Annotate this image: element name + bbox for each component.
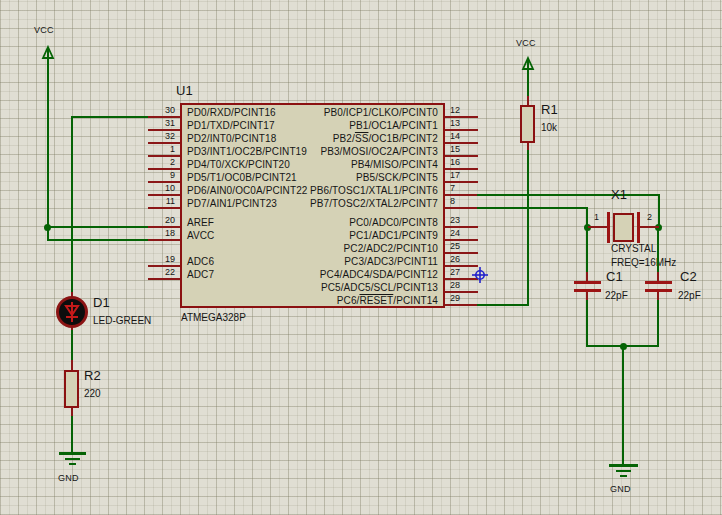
chip-pin-11-stub[interactable] [148, 207, 180, 209]
chip-pin-22-stub[interactable] [148, 278, 180, 280]
x1-plate-left[interactable] [607, 212, 610, 243]
chip-pin-11-number: 11 [144, 197, 175, 207]
r2-value[interactable]: 220 [84, 388, 101, 399]
c2-ref[interactable]: C2 [680, 270, 697, 284]
vcc-left-power-icon[interactable] [40, 45, 56, 63]
led-symbol[interactable] [56, 296, 88, 328]
chip-pin-7-label: PB6/TOSC1/XTAL1/PCINT6 [200, 185, 438, 196]
wire-led-r2[interactable] [71, 330, 73, 362]
x1-stub-right[interactable] [638, 226, 659, 228]
chip-pin-26-number: 26 [450, 255, 481, 265]
c1-plate-top[interactable] [574, 281, 601, 284]
chip-pin-25-number: 25 [450, 242, 481, 252]
led-ref[interactable]: D1 [93, 296, 110, 310]
wire-vcc-left-drop[interactable] [47, 62, 49, 241]
chip-pin-10-stub[interactable] [148, 194, 180, 196]
wire-pd0-led-vertical[interactable] [71, 116, 73, 298]
chip-pin-26-label: PC3/ADC3/PCINT11 [200, 256, 438, 267]
wire-gnd-right-drop[interactable] [622, 346, 624, 465]
x1-pin1-number: 1 [594, 213, 599, 223]
chip-pin-1-stub[interactable] [148, 155, 180, 157]
r2-stub-top[interactable] [71, 360, 73, 370]
chip-pin-14-label: PB2/SS/OC1B/PCINT2 [200, 133, 438, 144]
chip-pin-1-number: 1 [144, 145, 175, 155]
chip-pin-15-number: 15 [450, 145, 481, 155]
vcc-right-power-icon[interactable] [520, 56, 536, 74]
gnd-right-label: GND [610, 485, 631, 495]
chip-part-label[interactable]: ATMEGA328P [181, 312, 246, 323]
wire-vcc-aref[interactable] [47, 226, 150, 228]
chip-pin-22-number: 22 [144, 268, 175, 278]
chip-pin-8-label: PB7/TOSC2/XTAL2/PCINT7 [200, 198, 438, 209]
chip-pin-23-number: 23 [450, 216, 481, 226]
chip-pin-9-number: 9 [144, 171, 175, 181]
chip-pin-29-label: PC6/RESET/PCINT14 [200, 295, 438, 306]
chip-pin-7-number: 7 [450, 184, 481, 194]
c2-plate-top[interactable] [645, 281, 672, 284]
chip-pin-29-stub[interactable] [445, 304, 478, 306]
chip-pin-27-label: PC4/ADC4/SDA/PCINT12 [200, 269, 438, 280]
chip-pin-13-label: PB1/OC1A/PCINT1 [200, 120, 438, 131]
chip-pin-25-label: PC2/ADC2/PCINT10 [200, 243, 438, 254]
resistor-r1-body[interactable] [520, 105, 535, 143]
chip-pin-24-label: PC1/ADC1/PCINT9 [200, 230, 438, 241]
x1-ref[interactable]: X1 [611, 188, 627, 202]
wire-c2-bottom[interactable] [657, 300, 659, 347]
wire-c1-top[interactable] [586, 228, 588, 274]
led-diode-icon [62, 302, 82, 322]
wire-c1-bottom[interactable] [586, 300, 588, 347]
chip-pin-31-stub[interactable] [148, 129, 180, 131]
junction-vcc-aref [44, 224, 51, 231]
wire-xtal2-horizontal[interactable] [477, 207, 588, 209]
wire-r1-reset-vertical[interactable] [527, 150, 529, 306]
r1-stub-top[interactable] [527, 96, 529, 105]
x1-stub-left[interactable] [588, 226, 609, 228]
wire-vcc-avcc[interactable] [47, 239, 150, 241]
crystal-body[interactable] [613, 213, 634, 242]
chip-pin-8-stub[interactable] [445, 207, 478, 209]
x1-value[interactable]: CRYSTAL [611, 243, 656, 254]
chip-pin-30-stub[interactable] [148, 116, 180, 118]
wire-r2-gnd[interactable] [71, 416, 73, 454]
chip-pin-18-number: 18 [144, 229, 175, 239]
wire-vcc-r1[interactable] [527, 73, 529, 98]
r2-ref[interactable]: R2 [84, 369, 101, 383]
chip-pin-2-stub[interactable] [148, 168, 180, 170]
chip-pin-24-number: 24 [450, 229, 481, 239]
chip-pin-18-stub[interactable] [148, 239, 180, 241]
chip-pin-19-number: 19 [144, 255, 175, 265]
chip-pin-12-label: PB0/ICP1/CLKO/PCINT0 [200, 107, 438, 118]
vcc-left-label: VCC [34, 26, 54, 36]
r1-value[interactable]: 10k [541, 122, 557, 133]
chip-pin-9-stub[interactable] [148, 181, 180, 183]
wire-pd0-horizontal[interactable] [71, 116, 150, 118]
c1-value[interactable]: 22pF [605, 290, 628, 301]
chip-pin-16-number: 16 [450, 158, 481, 168]
resistor-r2-body[interactable] [64, 370, 79, 408]
chip-pin-19-stub[interactable] [148, 265, 180, 267]
wire-c2-top[interactable] [657, 228, 659, 274]
chip-pin-13-number: 13 [450, 119, 481, 129]
chip-pin-8-number: 8 [450, 197, 481, 207]
chip-ref[interactable]: U1 [176, 84, 193, 98]
c1-ref[interactable]: C1 [606, 270, 623, 284]
x1-pin2-number: 2 [647, 213, 652, 223]
led-value[interactable]: LED-GREEN [93, 315, 151, 326]
chip-pin-12-number: 12 [450, 106, 481, 116]
chip-pin-17-label: PB5/SCK/PCINT5 [200, 172, 438, 183]
x1-plate-right[interactable] [637, 212, 640, 243]
c2-value[interactable]: 22pF [678, 290, 701, 301]
chip-pin-32-stub[interactable] [148, 142, 180, 144]
chip-pin-16-label: PB4/MISO/PCINT4 [200, 159, 438, 170]
wire-reset-horizontal[interactable] [477, 304, 529, 306]
wire-xtal1-horizontal[interactable] [477, 194, 660, 196]
chip-pin-15-label: PB3/MOSI/OC2A/PCINT3 [200, 146, 438, 157]
x1-freq[interactable]: FREQ=16MHz [611, 257, 676, 268]
schematic-canvas: VCC D1 LED-GREEN R2 220 GND U1 ATMEGA328… [0, 0, 722, 515]
r1-ref[interactable]: R1 [541, 103, 558, 117]
chip-pin-30-number: 30 [144, 106, 175, 116]
vcc-right-label: VCC [516, 39, 536, 49]
chip-pin-29-number: 29 [450, 294, 481, 304]
cursor-crosshair-icon [471, 266, 489, 284]
chip-pin-20-stub[interactable] [148, 226, 180, 228]
